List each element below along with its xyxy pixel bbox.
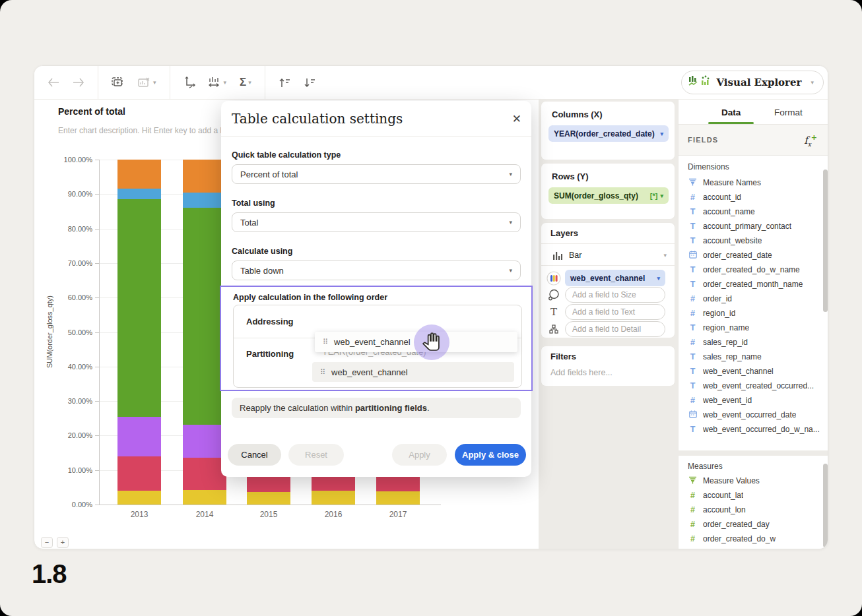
color-encoding-icon[interactable] — [547, 271, 561, 286]
tab-data[interactable]: Data — [721, 108, 741, 117]
mark-type-label: Bar — [569, 251, 581, 260]
drag-handle-icon[interactable]: ⠿ — [323, 338, 327, 346]
field-item-web-event-occurred-date[interactable]: web_event_occurred_date — [688, 408, 820, 421]
bar-2014-segment-5[interactable] — [183, 193, 226, 208]
apply-button[interactable]: Apply — [392, 444, 447, 466]
layers-panel: Layers Bar ▾ web_event_channel ▾ — [541, 222, 675, 338]
tab-format[interactable]: Format — [774, 108, 803, 117]
back-arrow-icon[interactable] — [48, 78, 59, 87]
asterisk-badge: [*] — [650, 192, 658, 200]
bar-2015-segment-1[interactable] — [247, 492, 290, 505]
field-item-order-id[interactable]: #order_id — [688, 292, 820, 305]
sort-descending-icon[interactable] — [304, 78, 315, 88]
duplicate-element-icon[interactable] — [112, 77, 125, 88]
bar-2014-segment-6[interactable] — [183, 160, 226, 193]
field-item-sales-rep-name[interactable]: Tsales_rep_name — [688, 350, 820, 363]
drag-handle-icon[interactable]: ⠿ — [320, 368, 325, 377]
field-name: region_id — [703, 309, 735, 318]
close-icon[interactable]: ✕ — [512, 112, 521, 126]
chart-description-placeholder[interactable]: Enter chart description. Hit Enter key t… — [58, 126, 224, 135]
quick-calc-type-select[interactable]: Percent of total▾ — [232, 164, 521, 184]
field-item-partial[interactable]: # — [688, 547, 820, 549]
sort-ascending-icon[interactable] — [279, 78, 290, 88]
field-item-order-created-month-name[interactable]: Torder_created_month_name — [688, 278, 820, 291]
size-encoding-icon — [547, 289, 561, 301]
zoom-in-button[interactable]: + — [57, 537, 69, 548]
field-name: order_created_month_name — [703, 280, 803, 289]
bar-2013-segment-1[interactable] — [117, 491, 161, 505]
apply-and-close-button[interactable]: Apply & close — [455, 444, 526, 466]
text-field-icon: T — [688, 207, 698, 216]
forward-arrow-icon[interactable] — [73, 78, 84, 87]
bar-2013-segment-6[interactable] — [117, 160, 161, 189]
field-item-account-lon[interactable]: #account_lon — [688, 503, 820, 516]
field-item-account-website[interactable]: Taccount_website — [688, 234, 820, 247]
swap-axes-icon[interactable] — [183, 77, 195, 88]
bar-2013-segment-5[interactable] — [117, 189, 161, 199]
measures-scrollbar[interactable] — [823, 464, 828, 547]
detail-field-dropzone[interactable]: Add a field to Detail — [565, 321, 665, 337]
bar-2013-segment-4[interactable] — [117, 199, 161, 416]
filters-dropzone[interactable]: Add fields here... — [550, 368, 613, 377]
zoom-out-button[interactable]: − — [41, 537, 53, 548]
partitioning-field-chip[interactable]: ⠿ web_event_channel — [312, 362, 514, 382]
field-item-region-name[interactable]: Tregion_name — [688, 321, 820, 334]
field-item-measure-names[interactable]: Measure Names — [688, 176, 820, 189]
bar-2014-segment-1[interactable] — [183, 490, 226, 505]
measure-values-field-icon — [688, 476, 698, 486]
reset-button[interactable]: Reset — [288, 444, 344, 466]
color-field-pill[interactable]: web_event_channel ▾ — [565, 270, 665, 286]
field-item-web-event-channel[interactable]: Tweb_event_channel — [688, 365, 820, 378]
rows-field-pill[interactable]: SUM(order_gloss_qty) [*] ▾ — [548, 187, 669, 204]
date-field-icon — [688, 251, 698, 261]
field-item-web-event-created-occurred-[interactable]: Tweb_event_created_occurred... — [688, 379, 820, 392]
page: ▾ ▾ Σ ▾ — [0, 0, 862, 616]
add-calculated-field-button[interactable]: fx+ — [804, 133, 817, 148]
bar-2016-segment-1[interactable] — [312, 491, 355, 505]
bar-2014-segment-2[interactable] — [183, 458, 226, 489]
field-item-order-created-date[interactable]: order_created_date — [688, 249, 820, 262]
field-item-region-id[interactable]: #region_id — [688, 307, 820, 320]
number-field-icon: # — [688, 549, 698, 549]
size-field-dropzone[interactable]: Add a field to Size — [565, 287, 665, 303]
bar-2013-segment-3[interactable] — [117, 417, 161, 456]
number-field-icon: # — [688, 505, 698, 514]
quick-calc-type-label: Quick table calculation type — [232, 150, 341, 160]
field-item-account-id[interactable]: #account_id — [688, 191, 820, 204]
field-item-order-created-day[interactable]: #order_created_day — [688, 518, 820, 531]
sigma-aggregate-icon[interactable]: Σ ▾ — [240, 76, 251, 89]
bar-2017-segment-1[interactable] — [376, 491, 420, 505]
cancel-button[interactable]: Cancel — [228, 444, 281, 466]
field-item-measure-values[interactable]: Measure Values — [688, 474, 820, 487]
field-item-order-created-do-w-name[interactable]: Torder_created_do_w_name — [688, 263, 820, 276]
field-item-account-primary-contact[interactable]: Taccount_primary_contact — [688, 220, 820, 233]
delete-element-icon[interactable]: ▾ — [138, 77, 156, 88]
chart-title[interactable]: Percent of total — [58, 106, 125, 117]
mark-type-selector[interactable]: Bar ▾ — [550, 247, 667, 263]
field-item-web-event-occurred-do-w-na-[interactable]: Tweb_event_occurred_do_w_na... — [688, 423, 820, 436]
field-name: order_id — [703, 294, 732, 303]
text-field-icon: T — [688, 222, 698, 231]
field-item-account-lat[interactable]: #account_lat — [688, 489, 820, 502]
columns-field-pill[interactable]: YEAR(order_created_date) ▾ — [548, 125, 669, 142]
bar-2013-segment-2[interactable] — [117, 456, 161, 491]
field-item-order-created-do-w[interactable]: #order_created_do_w — [688, 532, 820, 545]
bar-resize-icon[interactable]: ▾ — [209, 77, 227, 88]
field-name: sales_rep_id — [703, 338, 748, 347]
field-name: account_name — [703, 207, 755, 216]
text-field-icon: T — [688, 352, 698, 361]
field-item-web-event-id[interactable]: #web_event_id — [688, 394, 820, 407]
calculate-using-select[interactable]: Table down▾ — [232, 261, 521, 280]
visual-explorer-selector[interactable]: Visual Explorer ▾ — [681, 71, 824, 94]
bar-2014-segment-3[interactable] — [183, 425, 226, 458]
field-name: region_name — [703, 323, 749, 332]
version-label: 1.8 — [32, 559, 67, 589]
field-item-account-name[interactable]: Taccount_name — [688, 205, 820, 218]
rows-shelf: Rows (Y) SUM(order_gloss_qty) [*] ▾ — [541, 163, 675, 220]
total-using-select[interactable]: Total▾ — [232, 212, 521, 232]
number-field-icon: # — [688, 294, 698, 303]
text-field-dropzone[interactable]: Add a field to Text — [565, 304, 665, 320]
field-item-sales-rep-id[interactable]: #sales_rep_id — [688, 336, 820, 349]
dimensions-scrollbar[interactable] — [823, 169, 828, 312]
hand-cursor-icon — [422, 332, 440, 354]
